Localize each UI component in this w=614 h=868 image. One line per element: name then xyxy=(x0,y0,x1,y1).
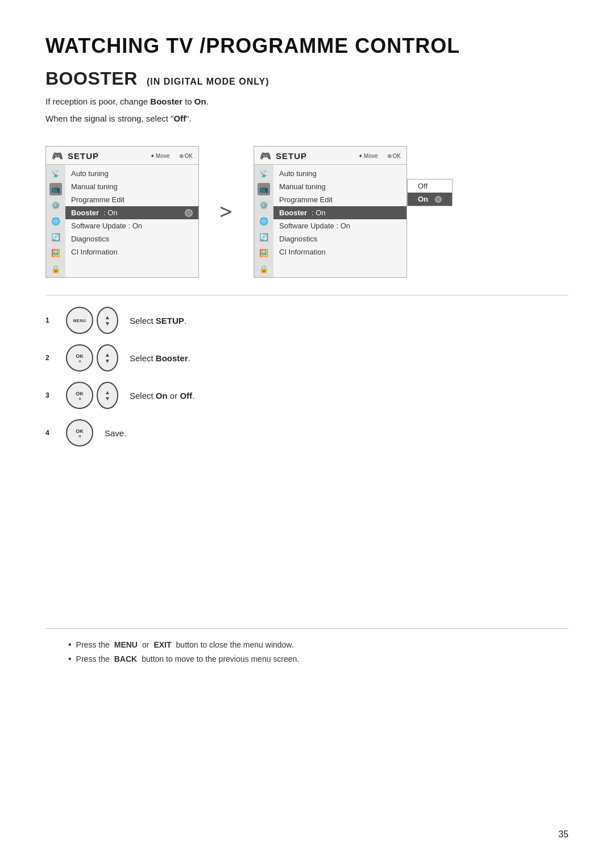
menu-box-2: 🎮 SETUP ✦ Move ⊕ OK 📡 📺 ⚙️ 🌐 🔄 xyxy=(254,146,407,278)
icon-globe: 🌐 xyxy=(49,215,62,227)
menu-nav-move-1: ✦ Move xyxy=(150,153,169,159)
menu2-item-diagnostics: Diagnostics xyxy=(273,232,406,245)
icon2-update: 🔄 xyxy=(258,231,270,243)
menu-box-1: 🎮 SETUP ✦ Move ⊕ OK 📡 📺 ⚙️ 🌐 🔄 🖼️ 🔒 xyxy=(45,146,199,278)
menu-body-2: 📡 📺 ⚙️ 🌐 🔄 🖼️ 🔒 Auto tuning Manual tunin… xyxy=(254,165,406,277)
dropdown-box: Off On xyxy=(407,179,453,206)
step-2: 2 OK ⊕ ▲ ▼ Select Booster. xyxy=(45,344,569,372)
section-subtitle: (IN DIGITAL MODE ONLY) xyxy=(147,77,269,86)
icon2-diag: 🖼️ xyxy=(258,247,270,259)
menu-items-1: Auto tuning Manual tuning Programme Edit… xyxy=(65,165,198,277)
dropdown-option-off: Off xyxy=(408,180,452,193)
icon-signal: 📡 xyxy=(49,167,62,180)
step-3: 3 OK ⊕ ▲ ▼ Select On or Off. xyxy=(45,382,569,409)
menu-item-softwareupdate: Software Update : On xyxy=(65,219,198,232)
menu2-item-manualtuning: Manual tuning xyxy=(273,180,406,193)
menu-title-2: SETUP xyxy=(276,151,354,161)
page-number: 35 xyxy=(558,829,569,840)
menu-title-1: SETUP xyxy=(68,151,146,161)
description-1: If reception is poor, change Booster to … xyxy=(45,95,569,108)
step-1: 1 MENU ▲ ▼ Select SETUP. xyxy=(45,307,569,334)
steps-container: 1 MENU ▲ ▼ Select SETUP. 2 OK ⊕ ▲ ▼ Sele… xyxy=(45,307,569,446)
step-1-buttons: MENU ▲ ▼ xyxy=(66,307,118,334)
icon-settings: ⚙️ xyxy=(49,199,62,211)
footer-divider xyxy=(45,628,569,629)
menu-item-autotuning: Auto tuning xyxy=(65,167,198,180)
step-4-buttons: OK ⊕ xyxy=(66,419,93,446)
menu2-item-autotuning: Auto tuning xyxy=(273,167,406,180)
step-4: 4 OK ⊕ Save. xyxy=(45,419,569,446)
description-2: When the signal is strong, select "Off". xyxy=(45,112,569,126)
menu-item-manualtuning: Manual tuning xyxy=(65,180,198,193)
menu-nav-ok-2: ⊕ OK xyxy=(387,153,401,159)
step-4-number: 4 xyxy=(45,429,53,437)
menu-header-1: 🎮 SETUP ✦ Move ⊕ OK xyxy=(46,147,198,165)
menu-icons-2: 📡 📺 ⚙️ 🌐 🔄 🖼️ 🔒 xyxy=(254,165,273,277)
step-1-instruction: Select SETUP. xyxy=(130,316,186,326)
menu-item-ciinfo: CI Information xyxy=(65,245,198,258)
section-title: BOOSTER (IN DIGITAL MODE ONLY) xyxy=(45,70,269,88)
dropdown-option-on: On xyxy=(408,193,452,206)
arrow-between xyxy=(216,202,237,222)
menu2-item-ciinfo: CI Information xyxy=(273,245,406,258)
icon2-signal: 📡 xyxy=(258,167,270,180)
menu-nav-ok-1: ⊕ OK xyxy=(179,153,193,159)
menu-icons-1: 📡 📺 ⚙️ 🌐 🔄 🖼️ 🔒 xyxy=(46,165,65,277)
menu2-item-booster: Booster : On xyxy=(273,206,406,219)
icon-diag: 🖼️ xyxy=(49,247,62,259)
page-title: WATCHING TV /PROGRAMME CONTROL xyxy=(45,34,569,58)
step-3-btn-nav: ▲ ▼ xyxy=(97,382,118,409)
menu-item-progedit: Programme Edit xyxy=(65,193,198,206)
step-1-btn-menu: MENU xyxy=(66,307,93,334)
icon2-settings: ⚙️ xyxy=(258,199,270,211)
step-2-instruction: Select Booster. xyxy=(130,353,190,363)
step-3-number: 3 xyxy=(45,391,53,399)
footer-note-1: Press the MENU or EXIT button to close t… xyxy=(68,640,569,650)
step-2-btn-nav: ▲ ▼ xyxy=(97,344,118,372)
menu-header-2: 🎮 SETUP ✦ Move ⊕ OK xyxy=(254,147,406,165)
icon-update: 🔄 xyxy=(49,231,62,243)
footer-notes: Press the MENU or EXIT button to close t… xyxy=(45,640,569,664)
menu-body-1: 📡 📺 ⚙️ 🌐 🔄 🖼️ 🔒 Auto tuning Manual tunin… xyxy=(46,165,198,277)
step-1-btn-nav: ▲ ▼ xyxy=(97,307,118,334)
step-4-btn-ok: OK ⊕ xyxy=(66,419,93,446)
menu-header-icon-1: 🎮 xyxy=(52,151,63,161)
step-3-instruction: Select On or Off. xyxy=(130,391,194,400)
icon2-globe: 🌐 xyxy=(258,215,270,227)
step-2-btn-ok: OK ⊕ xyxy=(66,344,93,372)
footer-section: Press the MENU or EXIT button to close t… xyxy=(45,628,569,664)
menu-header-icon-2: 🎮 xyxy=(260,151,271,161)
menu-item-diagnostics: Diagnostics xyxy=(65,232,198,245)
menu2-item-softwareupdate: Software Update : On xyxy=(273,219,406,232)
step-2-buttons: OK ⊕ ▲ ▼ xyxy=(66,344,118,372)
step-3-buttons: OK ⊕ ▲ ▼ xyxy=(66,382,118,409)
icon-tv-active: 📺 xyxy=(49,183,62,195)
menu2-item-progedit: Programme Edit xyxy=(273,193,406,206)
step-1-number: 1 xyxy=(45,316,53,324)
menu-item-booster: Booster : On xyxy=(65,206,198,219)
step-3-btn-ok: OK ⊕ xyxy=(66,382,93,409)
menu-screenshots: 🎮 SETUP ✦ Move ⊕ OK 📡 📺 ⚙️ 🌐 🔄 🖼️ 🔒 xyxy=(45,146,569,278)
menu-items-2: Auto tuning Manual tuning Programme Edit… xyxy=(273,165,406,277)
icon2-tv: 📺 xyxy=(258,183,270,195)
divider xyxy=(45,295,569,295)
menu-box-2-container: 🎮 SETUP ✦ Move ⊕ OK 📡 📺 ⚙️ 🌐 🔄 xyxy=(254,146,453,278)
step-2-number: 2 xyxy=(45,354,53,362)
icon-lock: 🔒 xyxy=(49,262,62,275)
menu-nav-move-2: ✦ Move xyxy=(358,153,377,159)
footer-note-2: Press the BACK button to move to the pre… xyxy=(68,654,569,664)
icon2-lock: 🔒 xyxy=(258,262,270,275)
step-4-instruction: Save. xyxy=(105,428,126,438)
